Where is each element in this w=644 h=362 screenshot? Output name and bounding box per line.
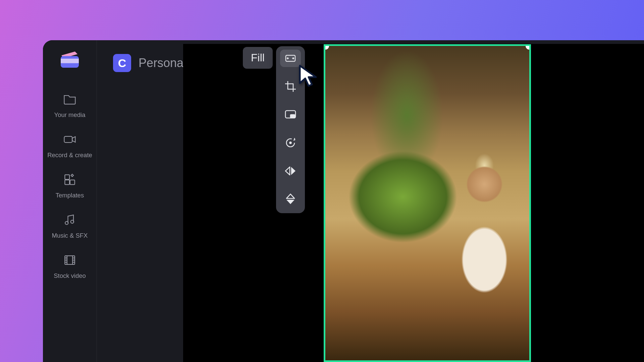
workspace-badge[interactable]: C xyxy=(113,54,131,72)
app-logo[interactable] xyxy=(59,50,80,68)
film-icon xyxy=(62,253,77,267)
sidebar: Your media Record & create xyxy=(43,40,97,362)
flip-horizontal-button[interactable] xyxy=(280,162,301,180)
sidebar-item-label: Record & create xyxy=(47,152,92,159)
app-window: Your media Record & create xyxy=(43,40,644,362)
sidebar-item-label: Your media xyxy=(54,111,86,119)
svg-rect-2 xyxy=(64,136,72,142)
clip-thumbnail xyxy=(325,46,529,360)
folder-icon xyxy=(62,92,77,107)
sidebar-item-label: Stock video xyxy=(54,272,86,280)
fill-tooltip: Fill xyxy=(243,47,273,69)
workspace-name[interactable]: Personal xyxy=(139,56,186,70)
main-area: C Personal One to watch xyxy=(97,40,644,362)
mouse-cursor-icon xyxy=(298,64,322,88)
sidebar-item-your-media[interactable]: Your media xyxy=(43,88,97,128)
camera-icon xyxy=(62,132,77,147)
music-icon xyxy=(62,213,77,227)
rotate-button[interactable]: > xyxy=(280,134,301,152)
sidebar-item-label: Music & SFX xyxy=(52,232,88,239)
svg-rect-3 xyxy=(65,175,69,179)
selected-clip[interactable] xyxy=(324,44,531,362)
sidebar-item-stock-video[interactable]: Stock video xyxy=(43,249,97,289)
templates-icon xyxy=(62,172,77,187)
svg-rect-4 xyxy=(65,180,69,185)
svg-point-25 xyxy=(290,142,291,144)
svg-rect-5 xyxy=(70,180,75,185)
sidebar-item-record-create[interactable]: Record & create xyxy=(43,128,97,168)
pip-button[interactable] xyxy=(280,106,301,123)
sidebar-item-templates[interactable]: Templates xyxy=(43,168,97,208)
svg-rect-1 xyxy=(61,59,79,63)
sidebar-item-music-sfx[interactable]: Music & SFX xyxy=(43,208,97,249)
background-gradient: Your media Record & create xyxy=(0,0,644,362)
svg-rect-23 xyxy=(290,115,295,118)
flip-vertical-button[interactable] xyxy=(280,190,301,208)
sidebar-item-label: Templates xyxy=(56,192,84,199)
